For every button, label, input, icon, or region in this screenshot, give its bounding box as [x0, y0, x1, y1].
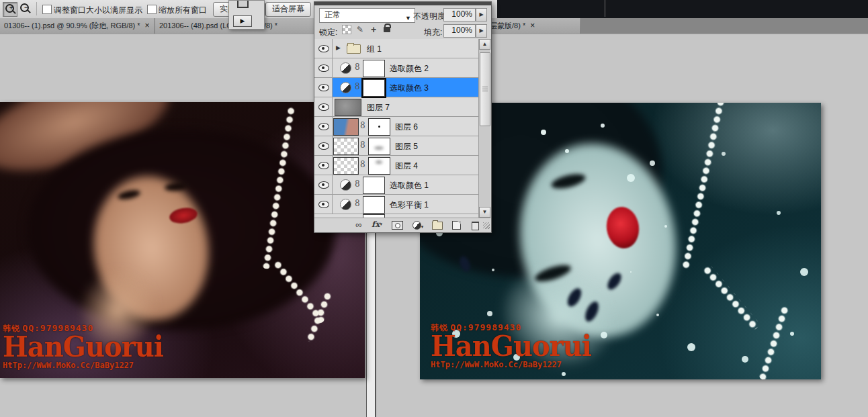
- new-layer-icon: [452, 221, 461, 230]
- fill-value[interactable]: 100%: [443, 24, 476, 38]
- layer-row-group1[interactable]: ▶ 组 1: [314, 39, 478, 58]
- mask-dot: [378, 126, 380, 128]
- layer-mask-thumbnail[interactable]: [363, 196, 385, 214]
- play-icon: ▶: [241, 17, 245, 24]
- layer-name[interactable]: 色彩平衡 1: [390, 199, 429, 211]
- blend-mode-select[interactable]: 正常 ▼: [319, 8, 415, 23]
- layer-row-layer4[interactable]: 8 图层 4: [314, 156, 478, 175]
- layer-thumbnail[interactable]: [333, 138, 359, 155]
- layer-thumbnail[interactable]: [333, 157, 359, 175]
- new-layer-button[interactable]: [449, 220, 464, 230]
- close-icon[interactable]: ×: [145, 18, 150, 34]
- adjustment-layer-icon: [340, 82, 351, 93]
- layer-name[interactable]: 图层 4: [395, 160, 418, 172]
- zoom-out-tool-button[interactable]: −: [18, 2, 32, 15]
- layer-name[interactable]: 图层 5: [395, 141, 418, 152]
- layers-scrollbar[interactable]: ▲ ▼: [478, 39, 490, 218]
- pearl-necklace: [681, 103, 727, 270]
- layer-row-selective-color-2[interactable]: 8 选取颜色 2: [314, 58, 478, 78]
- lock-all-icon[interactable]: [382, 23, 392, 34]
- lock-position-icon[interactable]: +: [368, 24, 379, 35]
- link-layers-button[interactable]: ∞: [351, 220, 366, 230]
- layer-mask-thumbnail[interactable]: [368, 157, 390, 175]
- opacity-spinner[interactable]: ▶: [476, 8, 487, 21]
- layer-visibility-toggle[interactable]: [314, 97, 333, 116]
- play-button[interactable]: ▶: [233, 15, 252, 27]
- layers-panel-footer: ∞ fx▾ ▾: [314, 218, 491, 232]
- lock-pixels-icon[interactable]: ✎: [355, 24, 365, 35]
- layer-visibility-toggle[interactable]: [314, 156, 333, 175]
- layer-thumbnail[interactable]: [333, 118, 359, 136]
- lock-transparency-icon[interactable]: [341, 24, 352, 34]
- delete-layer-button[interactable]: [468, 220, 482, 230]
- adjustment-icon: [413, 221, 421, 230]
- new-group-button[interactable]: [430, 220, 445, 230]
- scroll-up-button[interactable]: ▲: [479, 39, 490, 50]
- layer-row-layer6[interactable]: 8 图层 6: [314, 117, 478, 136]
- layer-name[interactable]: 组 1: [367, 44, 382, 55]
- move-icon: +: [371, 24, 376, 35]
- zoom-all-windows-checkbox[interactable]: [147, 5, 157, 14]
- chevron-down-icon: ▼: [405, 12, 411, 24]
- layer-visibility-toggle[interactable]: [314, 58, 333, 77]
- eye-icon: [318, 103, 329, 111]
- layer-thumbnail[interactable]: [335, 99, 361, 116]
- layer-visibility-toggle[interactable]: [314, 175, 333, 194]
- layer-visibility-toggle[interactable]: [314, 136, 333, 155]
- layer-mask-thumbnail[interactable]: [363, 60, 385, 77]
- document-canvas-left[interactable]: 韩锐 QQ:979989430 HanGuorui HtTp://WwW.MoK…: [0, 102, 365, 378]
- pearl-strand: [758, 304, 791, 379]
- layer-row-layer7[interactable]: 图层 7: [314, 97, 478, 117]
- layer-mask-thumbnail[interactable]: [368, 118, 390, 136]
- layer-row-color-balance-1[interactable]: 8 色彩平衡 1: [314, 195, 478, 214]
- layer-name[interactable]: 选取颜色 1: [390, 180, 429, 191]
- app-root: + − 调整窗口大小以满屏显示 缩放所有窗口 实际像素 适合屏幕 01306--…: [0, 0, 868, 417]
- fill-spinner[interactable]: ▶: [476, 24, 487, 38]
- scrollbar-thumb[interactable]: [480, 52, 490, 126]
- opacity-value[interactable]: 100%: [443, 8, 476, 21]
- resize-window-checkbox[interactable]: [42, 5, 52, 14]
- layer-visibility-toggle[interactable]: [314, 39, 333, 58]
- fit-screen-button[interactable]: 适合屏幕: [265, 2, 311, 17]
- panel-resize-grip[interactable]: [483, 222, 490, 229]
- layer-name[interactable]: 图层 6: [395, 122, 418, 133]
- layer-style-button[interactable]: fx▾: [370, 220, 384, 230]
- layer-mask-thumbnail[interactable]: [363, 79, 385, 97]
- checkerboard-icon: [342, 25, 351, 34]
- scroll-down-button[interactable]: ▼: [479, 207, 490, 218]
- mask-smudge: [374, 146, 384, 150]
- spinner-arrow-icon: ▶: [479, 11, 483, 17]
- eye-icon: [318, 64, 329, 72]
- tab-title: 01306-- (1).psd @ 90.9% (除疤, RGB/8) *: [4, 21, 140, 30]
- layer-visibility-toggle[interactable]: [314, 78, 333, 97]
- document-tab-3[interactable]: 图层蒙版/8) *×: [478, 18, 581, 34]
- new-adjustment-layer-button[interactable]: ▾: [410, 220, 425, 230]
- layer-mask-thumbnail[interactable]: [363, 177, 385, 194]
- layer-mask-thumbnail[interactable]: [368, 138, 390, 155]
- mask-link-icon: 8: [355, 82, 360, 91]
- spinner-arrow-icon: ▶: [479, 28, 483, 34]
- layer-name[interactable]: 选取颜色 3: [390, 83, 429, 94]
- eye-icon: [318, 142, 329, 150]
- brush-icon: ✎: [357, 25, 363, 34]
- link-icon: ∞: [355, 220, 361, 230]
- eye-icon: [318, 45, 329, 52]
- scroll-up-icon: ▲: [482, 41, 488, 47]
- layer-name[interactable]: 图层 7: [367, 102, 390, 113]
- separator: [36, 2, 37, 15]
- layer-visibility-toggle[interactable]: [314, 117, 333, 136]
- clipped-panel-icon: [237, 1, 249, 8]
- layer-name[interactable]: 选取颜色 2: [390, 63, 429, 75]
- expand-arrow-icon[interactable]: ▶: [336, 44, 341, 51]
- zoom-in-tool-button[interactable]: +: [3, 2, 17, 17]
- eye-icon: [318, 123, 329, 130]
- layer-row-selective-color-3-selected[interactable]: 8 选取颜色 3: [314, 78, 478, 97]
- close-icon[interactable]: ×: [530, 18, 535, 34]
- layer-row-layer5[interactable]: 8 图层 5: [314, 136, 478, 156]
- layer-mask-icon: [392, 221, 403, 230]
- document-tab-1[interactable]: 01306-- (1).psd @ 90.9% (除疤, RGB/8) *×: [0, 18, 155, 34]
- add-layer-mask-button[interactable]: [390, 220, 404, 230]
- blend-mode-value: 正常: [324, 10, 341, 19]
- layer-row-selective-color-1[interactable]: 8 选取颜色 1: [314, 175, 478, 195]
- layer-visibility-toggle[interactable]: [314, 195, 333, 214]
